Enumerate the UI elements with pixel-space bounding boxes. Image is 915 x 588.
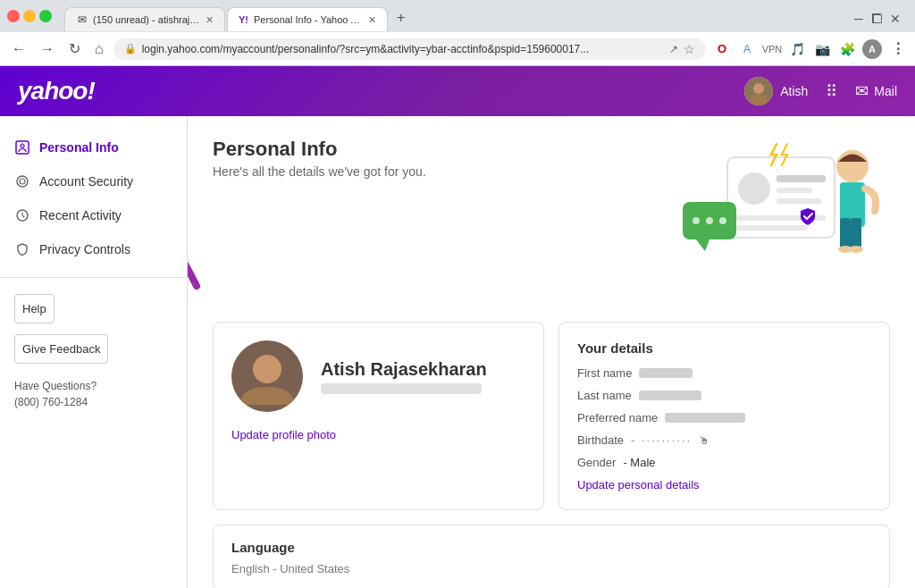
gender-label: Gender — [577, 456, 616, 469]
sidebar: Personal Info Account Security — [0, 116, 188, 588]
opera-icon[interactable]: O — [711, 38, 733, 60]
forward-button[interactable]: → — [36, 39, 59, 59]
mail-label: Mail — [874, 84, 897, 98]
sidebar-item-account-security[interactable]: Account Security — [0, 164, 187, 198]
feedback-button[interactable]: Give Feedback — [14, 334, 108, 364]
birthdate-row: Birthdate - ·········· 🖱 — [577, 433, 871, 447]
lock-icon: 🔒 — [124, 43, 137, 55]
close-icon[interactable]: ✕ — [890, 12, 901, 26]
svg-point-25 — [719, 217, 726, 224]
minimize-button[interactable] — [23, 10, 36, 22]
birthdate-label: Birthdate — [577, 433, 624, 447]
tab-close-mail[interactable]: ✕ — [206, 14, 214, 26]
sidebar-item-recent-activity[interactable]: Recent Activity — [0, 198, 187, 232]
mail-link[interactable]: ✉ Mail — [855, 81, 897, 101]
address-bar: ← → ↻ ⌂ 🔒 login.yahoo.com/myaccount/pers… — [0, 32, 915, 66]
profile-card: Atish Rajasekharan Update profile photo — [213, 322, 544, 510]
url-text: login.yahoo.com/myaccount/personalinfo/?… — [142, 43, 664, 55]
bookmark-icon[interactable]: ☆ — [684, 42, 695, 56]
phone-number: (800) 760-1284 — [14, 394, 172, 410]
translate-icon[interactable]: A — [736, 38, 758, 60]
mail-icon: ✉ — [855, 81, 869, 101]
questions-label: Have Questions? — [14, 378, 172, 394]
vpn-icon[interactable]: VPN — [761, 38, 783, 60]
tabs-bar: ✉ (150 unread) - atishrajasekharan... ✕ … — [57, 1, 908, 31]
tab-close-personal-info[interactable]: ✕ — [368, 14, 376, 26]
sidebar-label-account-security: Account Security — [39, 174, 133, 189]
tab-title-personal-info: Personal Info - Yahoo Account S... — [254, 14, 363, 25]
svg-point-23 — [693, 217, 700, 224]
preferred-name-label: Preferred name — [577, 411, 658, 424]
svg-point-5 — [17, 176, 28, 187]
cursor-icon: 🖱 — [699, 434, 709, 447]
content-area: Personal Info Here's all the details we'… — [188, 116, 915, 588]
user-name: Atish — [780, 84, 808, 98]
svg-point-27 — [253, 355, 281, 383]
update-details-link[interactable]: Update personal details — [577, 478, 871, 491]
extension2-icon[interactable]: 📷 — [811, 38, 833, 60]
cards-row: Atish Rajasekharan Update profile photo … — [213, 322, 890, 525]
help-button[interactable]: Help — [14, 294, 55, 323]
svg-rect-11 — [840, 218, 851, 249]
restore-icon[interactable]: ⧠ — [870, 12, 883, 26]
last-name-label: Last name — [577, 389, 632, 402]
contact-info: Have Questions? (800) 760-1284 — [0, 369, 187, 419]
sidebar-item-personal-info[interactable]: Personal Info — [0, 130, 187, 164]
hero-illustration — [647, 130, 897, 291]
svg-point-14 — [849, 246, 863, 253]
last-name-value — [639, 391, 701, 400]
tab-personal-info[interactable]: Y! Personal Info - Yahoo Account S... ✕ — [227, 7, 388, 31]
minimize-icon[interactable]: ─ — [854, 12, 863, 26]
profile-name: Atish Rajasekharan — [321, 359, 487, 380]
tab-favicon-yahoo: Y! — [239, 13, 248, 26]
maximize-button[interactable] — [39, 10, 52, 22]
apps-grid-icon[interactable]: ⠿ — [822, 78, 841, 105]
menu-icon[interactable]: ⋮ — [886, 38, 908, 60]
title-bar: ✉ (150 unread) - atishrajasekharan... ✕ … — [0, 0, 915, 32]
privacy-controls-icon — [14, 241, 30, 257]
gender-value: - Male — [623, 456, 655, 469]
back-button[interactable]: ← — [7, 39, 30, 59]
page-content: yahoo! Atish ⠿ ✉ Mail — [0, 66, 915, 588]
language-value: English - United States — [231, 562, 871, 575]
reload-button[interactable]: ↻ — [64, 38, 85, 59]
gender-row: Gender - Male — [577, 456, 871, 469]
tab-mail[interactable]: ✉ (150 unread) - atishrajasekharan... ✕ — [64, 7, 225, 31]
home-button[interactable]: ⌂ — [90, 39, 108, 59]
url-bar[interactable]: 🔒 login.yahoo.com/myaccount/personalinfo… — [113, 38, 706, 60]
birthdate-value: - ·········· — [631, 433, 692, 447]
profile-icon[interactable]: A — [861, 38, 883, 60]
new-tab-button[interactable]: + — [390, 6, 412, 29]
svg-point-24 — [706, 217, 713, 224]
header-user[interactable]: Atish — [744, 77, 808, 105]
profile-section: Atish Rajasekharan — [231, 340, 525, 412]
svg-point-6 — [20, 179, 25, 184]
sidebar-item-privacy-controls[interactable]: Privacy Controls — [0, 232, 187, 266]
first-name-row: First name — [577, 366, 871, 380]
personal-info-icon — [14, 139, 30, 155]
update-photo-link[interactable]: Update profile photo — [231, 428, 336, 441]
extensions-icon[interactable]: 🧩 — [836, 38, 858, 60]
your-details-card: Your details First name Last name Prefer… — [558, 322, 890, 510]
sidebar-label-personal-info: Personal Info — [39, 140, 119, 155]
svg-point-4 — [21, 144, 24, 147]
close-button[interactable] — [7, 10, 20, 22]
profile-avatar — [231, 340, 303, 412]
svg-point-16 — [738, 172, 770, 205]
svg-rect-19 — [776, 198, 821, 204]
preferred-name-value — [665, 413, 745, 423]
svg-rect-12 — [851, 218, 861, 249]
svg-rect-21 — [736, 225, 808, 231]
sidebar-label-recent-activity: Recent Activity — [39, 208, 122, 223]
window-controls — [7, 10, 52, 22]
browser-window: ✉ (150 unread) - atishrajasekharan... ✕ … — [0, 0, 915, 588]
language-card: Language English - United States — [213, 525, 890, 588]
main-layout: Personal Info Account Security — [0, 116, 915, 588]
extension1-icon[interactable]: 🎵 — [786, 38, 808, 60]
language-title: Language — [231, 540, 871, 555]
user-avatar — [744, 77, 773, 105]
toolbar-icons: O A VPN 🎵 📷 🧩 A ⋮ — [711, 38, 908, 60]
yahoo-logo: yahoo! — [18, 77, 95, 105]
first-name-label: First name — [577, 366, 632, 380]
profile-info: Atish Rajasekharan — [321, 359, 487, 394]
